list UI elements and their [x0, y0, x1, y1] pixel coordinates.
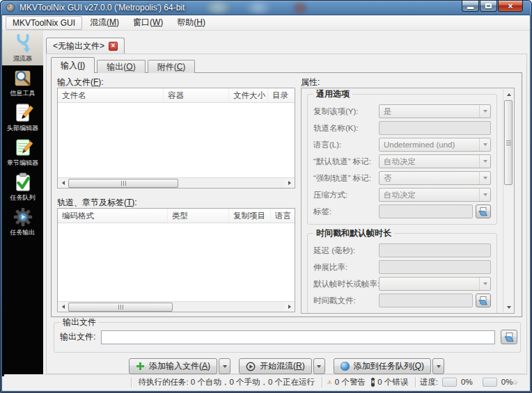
scroll-down-button[interactable] — [503, 302, 514, 312]
scroll-thumb[interactable] — [68, 179, 178, 188]
sidebar-item-job-queue[interactable]: 任务队列 — [2, 170, 43, 204]
forced-track-flag-combo[interactable]: 否 — [379, 171, 491, 185]
stretch-field[interactable] — [379, 260, 491, 274]
menu-window[interactable]: 窗口(W) — [127, 15, 169, 30]
tracks-table[interactable]: 编码格式 类型 复制项目 语言 — [57, 208, 295, 312]
scroll-right-button[interactable] — [284, 302, 295, 312]
add-to-job-queue-menu-button[interactable] — [432, 358, 444, 374]
track-name-field[interactable] — [379, 121, 491, 135]
merge-tab[interactable]: <无输出文件> × — [46, 38, 125, 54]
total-progress-value: 0% — [501, 378, 513, 386]
close-icon: × — [508, 2, 513, 10]
delay-label: 延迟 (毫秒): — [313, 246, 379, 256]
col-type[interactable]: 类型 — [168, 209, 229, 223]
scroll-right-button[interactable] — [284, 178, 295, 188]
default-duration-combo[interactable] — [379, 277, 491, 291]
progress-label: 进度: — [420, 377, 438, 387]
col-container[interactable]: 容器 — [164, 88, 229, 102]
input-files-table[interactable]: 文件名 容器 文件大小 目录 — [57, 88, 295, 189]
sidebar-item-job-output[interactable]: 任务输出 — [2, 204, 43, 239]
scroll-left-button[interactable] — [58, 178, 68, 188]
sidebar-item-label: 章节编辑器 — [7, 159, 38, 168]
sidebar-item-label: 任务输出 — [10, 228, 36, 237]
scroll-thumb[interactable] — [68, 303, 173, 312]
current-progress-value: 0% — [461, 378, 473, 386]
sidebar-item-chapter-editor[interactable]: 章节编辑器 — [2, 135, 43, 170]
glass-reflection — [245, 2, 272, 13]
add-source-files-button[interactable]: 添加输入文件(A) — [129, 358, 217, 374]
compression-combo[interactable]: 自动决定 — [379, 188, 491, 202]
fix-timing-row: 修正码流计时信息 — [313, 309, 491, 314]
tab-close-button[interactable]: × — [109, 42, 118, 51]
sidebar-item-label: 头部编辑器 — [7, 124, 38, 133]
sidebar-item-label: 任务队列 — [10, 193, 36, 202]
forced-track-flag-label: “强制轨道” 标记: — [313, 173, 379, 184]
stretch-label: 伸展比率: — [313, 262, 379, 273]
tracks-header: 编码格式 类型 复制项目 语言 — [58, 209, 295, 223]
tab-attachments[interactable]: 附件(C) — [148, 60, 196, 73]
group-title: 时间戳和默认帧时长 — [313, 227, 394, 239]
header-editor-icon — [13, 102, 33, 123]
language-label: 语言(L): — [313, 140, 379, 150]
warning-icon — [327, 377, 331, 387]
app-icon — [6, 3, 15, 13]
col-file-name[interactable]: 文件名 — [58, 88, 164, 102]
merge-tab-title: <无输出文件> — [53, 40, 104, 52]
tags-browse-button[interactable] — [476, 204, 491, 218]
tags-field[interactable] — [379, 204, 473, 218]
add-source-files-menu-button[interactable] — [219, 358, 230, 374]
input-files-label: 输入文件(F): — [57, 77, 104, 88]
tab-close-icon: × — [111, 42, 116, 49]
general-options-group: 通用选项 复制该项(Y): 是 轨道名称(K): — [307, 94, 497, 225]
chevron-down-icon — [479, 105, 490, 118]
menu-help[interactable]: 帮助(H) — [171, 15, 212, 30]
output-file-group: 输出文件 输出文件: — [54, 322, 521, 353]
scroll-up-button[interactable] — [503, 89, 514, 99]
output-file-label: 输出文件: — [60, 331, 95, 343]
delay-field[interactable] — [379, 243, 491, 257]
timestamp-file-field[interactable] — [379, 294, 473, 307]
col-copy-item[interactable]: 复制项目 — [229, 209, 271, 223]
col-directory[interactable]: 目录 — [268, 88, 295, 102]
input-files-header: 文件名 容器 文件大小 目录 — [58, 88, 295, 103]
default-track-flag-combo[interactable]: 自动决定 — [379, 154, 491, 168]
timestamps-group: 时间戳和默认帧时长 延迟 (毫秒): 伸展比率: 默认帧时长或帧率: — [307, 233, 497, 314]
close-button[interactable]: × — [498, 1, 523, 12]
glass-reflection — [294, 3, 306, 13]
copy-item-combo[interactable]: 是 — [379, 104, 491, 118]
fix-timing-checkbox[interactable] — [313, 313, 322, 314]
col-language[interactable]: 语言 — [271, 209, 295, 223]
start-muxing-button[interactable]: 开始混流(R) — [239, 358, 312, 374]
col-codec[interactable]: 编码格式 — [58, 209, 168, 223]
menu-mkvtoolnix-gui[interactable]: MKVToolNix GUI — [6, 16, 82, 30]
titlebar[interactable]: MKVToolNix GUI v27.0.0 ('Metropolis') 64… — [0, 0, 532, 15]
tab-input[interactable]: 输入(I) — [51, 57, 95, 73]
window-title: MKVToolNix GUI v27.0.0 ('Metropolis') 64… — [19, 3, 185, 13]
fix-timing-label: 修正码流计时信息 — [325, 312, 389, 314]
output-file-field[interactable] — [101, 330, 495, 344]
tab-output[interactable]: 输出(O) — [97, 60, 145, 73]
start-muxing-menu-button[interactable] — [313, 358, 325, 374]
timestamp-file-browse-button[interactable] — [476, 294, 491, 307]
maximize-button[interactable] — [480, 1, 497, 12]
action-buttons-row: 添加输入文件(A) 开始混流(R) — [47, 358, 526, 374]
scroll-left-button[interactable] — [58, 302, 68, 312]
language-combo[interactable]: Undetermined (und) — [379, 138, 491, 152]
job-output-icon — [13, 207, 33, 227]
output-browse-button[interactable] — [501, 330, 517, 344]
minimize-button[interactable] — [462, 1, 479, 12]
chevron-down-icon — [479, 172, 490, 184]
col-file-size[interactable]: 文件大小 — [229, 88, 268, 102]
total-progress-bar — [483, 378, 497, 387]
sidebar-item-header-editor[interactable]: 头部编辑器 — [2, 100, 43, 135]
properties-vscrollbar[interactable] — [503, 89, 513, 312]
files-hscrollbar[interactable] — [58, 177, 295, 188]
errors-count: 0 个错误 — [377, 377, 408, 387]
add-to-job-queue-button[interactable]: 添加到任务队列(Q) — [334, 358, 431, 374]
scroll-thumb[interactable] — [504, 100, 513, 185]
tracks-hscrollbar[interactable] — [58, 301, 295, 312]
sidebar-item-info-tool[interactable]: 信息工具 — [2, 65, 43, 100]
sidebar-item-merge-tool[interactable]: 混流器 — [2, 31, 43, 65]
chevron-down-icon — [479, 189, 490, 201]
menu-merge[interactable]: 混流(M) — [84, 15, 125, 30]
